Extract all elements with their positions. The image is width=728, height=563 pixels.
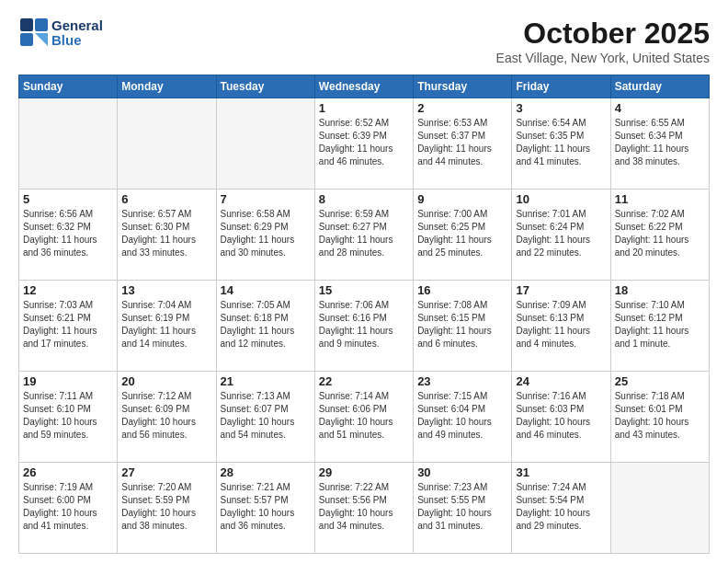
day-number: 3 (516, 101, 606, 115)
day-header-saturday: Saturday (610, 75, 709, 98)
calendar-cell: 3Sunrise: 6:54 AM Sunset: 6:35 PM Daylig… (512, 98, 610, 190)
calendar-cell: 30Sunrise: 7:23 AM Sunset: 5:55 PM Dayli… (414, 463, 512, 554)
calendar-cell: 14Sunrise: 7:05 AM Sunset: 6:18 PM Dayli… (216, 281, 314, 372)
cell-content: Sunrise: 7:24 AM Sunset: 5:54 PM Dayligh… (516, 481, 606, 533)
cell-content: Sunrise: 7:16 AM Sunset: 6:03 PM Dayligh… (516, 390, 606, 442)
day-number: 31 (516, 465, 606, 479)
page: General Blue October 2025 East Village, … (0, 0, 728, 563)
day-header-wednesday: Wednesday (314, 75, 413, 98)
calendar-cell: 23Sunrise: 7:15 AM Sunset: 6:04 PM Dayli… (414, 372, 512, 463)
day-header-sunday: Sunday (19, 75, 118, 98)
day-number: 5 (23, 192, 113, 206)
day-header-friday: Friday (512, 75, 610, 98)
calendar-cell: 13Sunrise: 7:04 AM Sunset: 6:19 PM Dayli… (118, 281, 216, 372)
day-header-thursday: Thursday (414, 75, 512, 98)
logo-text-general: General (51, 18, 103, 34)
calendar-cell: 29Sunrise: 7:22 AM Sunset: 5:56 PM Dayli… (314, 463, 413, 554)
calendar-cell: 11Sunrise: 7:02 AM Sunset: 6:22 PM Dayli… (610, 190, 709, 281)
cell-content: Sunrise: 7:18 AM Sunset: 6:01 PM Dayligh… (615, 390, 705, 442)
day-number: 13 (121, 283, 211, 297)
day-number: 10 (516, 192, 606, 206)
calendar-cell: 4Sunrise: 6:55 AM Sunset: 6:34 PM Daylig… (610, 98, 709, 190)
cell-content: Sunrise: 7:06 AM Sunset: 6:16 PM Dayligh… (319, 299, 409, 350)
day-number: 9 (417, 192, 507, 206)
cell-content: Sunrise: 7:21 AM Sunset: 5:57 PM Dayligh… (221, 481, 311, 533)
cell-content: Sunrise: 7:22 AM Sunset: 5:56 PM Dayligh… (319, 481, 409, 533)
calendar-cell: 28Sunrise: 7:21 AM Sunset: 5:57 PM Dayli… (216, 463, 314, 554)
cell-content: Sunrise: 7:13 AM Sunset: 6:07 PM Dayligh… (221, 390, 311, 442)
calendar-cell: 27Sunrise: 7:20 AM Sunset: 5:59 PM Dayli… (118, 463, 216, 554)
cell-content: Sunrise: 6:58 AM Sunset: 6:29 PM Dayligh… (221, 208, 311, 259)
calendar-cell: 6Sunrise: 6:57 AM Sunset: 6:30 PM Daylig… (118, 190, 216, 281)
calendar-cell: 19Sunrise: 7:11 AM Sunset: 6:10 PM Dayli… (19, 372, 118, 463)
calendar-week-4: 19Sunrise: 7:11 AM Sunset: 6:10 PM Dayli… (19, 372, 710, 463)
day-number: 19 (23, 374, 113, 388)
calendar-header-row: SundayMondayTuesdayWednesdayThursdayFrid… (19, 75, 710, 98)
calendar-cell (610, 463, 709, 554)
calendar-cell: 1Sunrise: 6:52 AM Sunset: 6:39 PM Daylig… (314, 98, 413, 190)
day-number: 21 (221, 374, 311, 388)
cell-content: Sunrise: 7:02 AM Sunset: 6:22 PM Dayligh… (615, 208, 705, 259)
calendar-cell: 18Sunrise: 7:10 AM Sunset: 6:12 PM Dayli… (610, 281, 709, 372)
cell-content: Sunrise: 7:14 AM Sunset: 6:06 PM Dayligh… (319, 390, 409, 442)
cell-content: Sunrise: 6:52 AM Sunset: 6:39 PM Dayligh… (319, 117, 409, 168)
day-header-tuesday: Tuesday (216, 75, 314, 98)
day-number: 7 (221, 192, 311, 206)
day-number: 20 (121, 374, 211, 388)
svg-rect-1 (35, 18, 48, 31)
calendar-cell: 9Sunrise: 7:00 AM Sunset: 6:25 PM Daylig… (414, 190, 512, 281)
cell-content: Sunrise: 6:59 AM Sunset: 6:27 PM Dayligh… (319, 208, 409, 259)
cell-content: Sunrise: 7:12 AM Sunset: 6:09 PM Dayligh… (121, 390, 211, 442)
day-number: 11 (615, 192, 705, 206)
day-number: 18 (615, 283, 705, 297)
svg-rect-0 (20, 18, 33, 31)
calendar-cell: 21Sunrise: 7:13 AM Sunset: 6:07 PM Dayli… (216, 372, 314, 463)
header-right: October 2025 East Village, New York, Uni… (496, 17, 710, 65)
location: East Village, New York, United States (496, 51, 710, 65)
calendar-cell: 8Sunrise: 6:59 AM Sunset: 6:27 PM Daylig… (314, 190, 413, 281)
day-number: 28 (221, 465, 311, 479)
calendar-cell: 25Sunrise: 7:18 AM Sunset: 6:01 PM Dayli… (610, 372, 709, 463)
svg-rect-2 (20, 33, 33, 46)
header: General Blue October 2025 East Village, … (18, 17, 710, 65)
calendar-cell: 22Sunrise: 7:14 AM Sunset: 6:06 PM Dayli… (314, 372, 413, 463)
cell-content: Sunrise: 7:20 AM Sunset: 5:59 PM Dayligh… (121, 481, 211, 533)
calendar-cell: 26Sunrise: 7:19 AM Sunset: 6:00 PM Dayli… (19, 463, 118, 554)
cell-content: Sunrise: 6:53 AM Sunset: 6:37 PM Dayligh… (417, 117, 507, 168)
day-number: 27 (121, 465, 211, 479)
cell-content: Sunrise: 7:01 AM Sunset: 6:24 PM Dayligh… (516, 208, 606, 259)
cell-content: Sunrise: 7:15 AM Sunset: 6:04 PM Dayligh… (417, 390, 507, 442)
cell-content: Sunrise: 6:57 AM Sunset: 6:30 PM Dayligh… (121, 208, 211, 259)
day-number: 24 (516, 374, 606, 388)
cell-content: Sunrise: 7:08 AM Sunset: 6:15 PM Dayligh… (417, 299, 507, 350)
cell-content: Sunrise: 7:10 AM Sunset: 6:12 PM Dayligh… (615, 299, 705, 350)
logo-text-blue: Blue (51, 33, 103, 49)
day-number: 29 (319, 465, 409, 479)
calendar-cell: 24Sunrise: 7:16 AM Sunset: 6:03 PM Dayli… (512, 372, 610, 463)
calendar-cell: 16Sunrise: 7:08 AM Sunset: 6:15 PM Dayli… (414, 281, 512, 372)
cell-content: Sunrise: 7:03 AM Sunset: 6:21 PM Dayligh… (23, 299, 113, 350)
day-number: 8 (319, 192, 409, 206)
calendar-cell: 2Sunrise: 6:53 AM Sunset: 6:37 PM Daylig… (414, 98, 512, 190)
day-number: 25 (615, 374, 705, 388)
cell-content: Sunrise: 7:23 AM Sunset: 5:55 PM Dayligh… (417, 481, 507, 533)
day-number: 6 (121, 192, 211, 206)
calendar-week-2: 5Sunrise: 6:56 AM Sunset: 6:32 PM Daylig… (19, 190, 710, 281)
day-number: 23 (417, 374, 507, 388)
calendar-week-5: 26Sunrise: 7:19 AM Sunset: 6:00 PM Dayli… (19, 463, 710, 554)
calendar-cell: 7Sunrise: 6:58 AM Sunset: 6:29 PM Daylig… (216, 190, 314, 281)
calendar-cell (118, 98, 216, 190)
day-number: 16 (417, 283, 507, 297)
day-number: 14 (221, 283, 311, 297)
calendar-cell: 20Sunrise: 7:12 AM Sunset: 6:09 PM Dayli… (118, 372, 216, 463)
svg-marker-3 (35, 33, 48, 46)
logo-icon (18, 17, 51, 50)
cell-content: Sunrise: 7:11 AM Sunset: 6:10 PM Dayligh… (23, 390, 113, 442)
month-title: October 2025 (496, 17, 710, 51)
calendar-cell (216, 98, 314, 190)
calendar-cell: 17Sunrise: 7:09 AM Sunset: 6:13 PM Dayli… (512, 281, 610, 372)
calendar-cell: 10Sunrise: 7:01 AM Sunset: 6:24 PM Dayli… (512, 190, 610, 281)
calendar-cell: 31Sunrise: 7:24 AM Sunset: 5:54 PM Dayli… (512, 463, 610, 554)
calendar: SundayMondayTuesdayWednesdayThursdayFrid… (18, 75, 710, 554)
calendar-week-3: 12Sunrise: 7:03 AM Sunset: 6:21 PM Dayli… (19, 281, 710, 372)
